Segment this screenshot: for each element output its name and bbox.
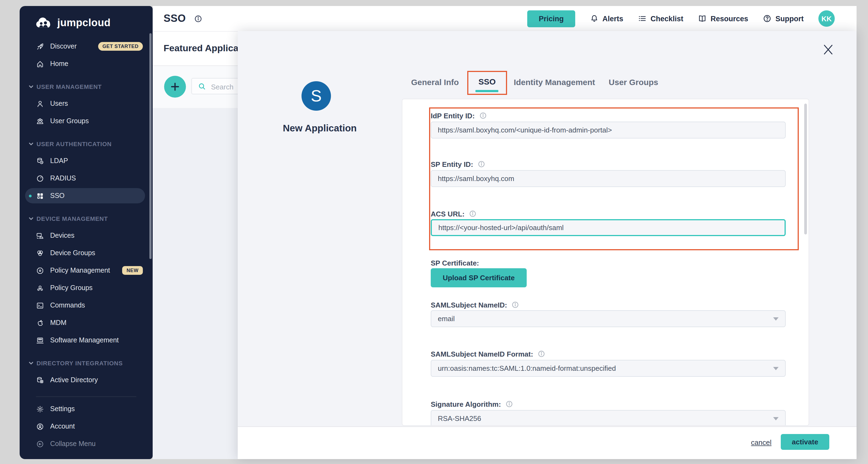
modal-footer: cancel activate xyxy=(238,426,857,459)
sso-form-panel: IdP Entity ID: https://saml.boxyhq.com/<… xyxy=(402,99,809,426)
new-badge: NEW xyxy=(122,266,143,275)
info-icon[interactable] xyxy=(469,210,476,218)
sidebar-item-label: Discover xyxy=(50,42,76,50)
sidebar-item-label: Policy Groups xyxy=(50,284,93,292)
sp-certificate-label-row: SP Certificate: xyxy=(431,258,479,267)
policy-management-icon xyxy=(36,266,44,275)
idp-entity-id-input[interactable]: https://saml.boxyhq.com/<unique-id-from-… xyxy=(431,122,786,138)
policy-groups-icon xyxy=(36,284,44,292)
signature-algorithm-label-row: Signature Algorithm: xyxy=(431,400,513,408)
nameid-value: email xyxy=(438,315,455,323)
sidebar-item-software-management[interactable]: Software Management xyxy=(20,332,153,349)
info-icon[interactable] xyxy=(479,112,487,119)
close-icon[interactable] xyxy=(822,43,834,56)
support-button[interactable]: Support xyxy=(763,14,804,23)
sp-certificate-label: SP Certificate: xyxy=(431,259,479,267)
active-directory-icon xyxy=(36,376,44,384)
home-icon xyxy=(36,60,44,68)
chevron-down-icon xyxy=(28,361,34,366)
acs-url-input[interactable]: https://<your-hosted-url>/api/oauth/saml xyxy=(431,219,786,236)
user-icon xyxy=(36,99,44,108)
application-name: New Application xyxy=(238,123,402,134)
nameid-label: SAMLSubject NameID: xyxy=(431,301,507,309)
checklist-icon xyxy=(638,14,647,23)
jumpcloud-logo[interactable]: jumpcloud xyxy=(20,6,153,33)
book-icon xyxy=(698,14,707,23)
sidebar-item-label: Active Directory xyxy=(50,376,98,384)
info-icon[interactable] xyxy=(512,301,519,309)
signature-algorithm-value: RSA-SHA256 xyxy=(438,414,481,423)
sidebar-item-devices[interactable]: Devices xyxy=(20,227,153,244)
sidebar-section-user-management[interactable]: USER MANAGEMENT xyxy=(20,79,153,95)
device-groups-icon xyxy=(36,249,44,257)
nameid-label-row: SAMLSubject NameID: xyxy=(431,301,519,309)
sso-tab-annotation-box: SSO xyxy=(467,71,507,95)
sidebar-item-discover[interactable]: Discover GET STARTED xyxy=(20,38,153,55)
mdm-apple-icon xyxy=(36,319,44,327)
sso-grid-icon xyxy=(36,192,44,200)
tab-sso[interactable]: SSO xyxy=(478,76,496,86)
sidebar-section-directory-integrations[interactable]: DIRECTORY INTEGRATIONS xyxy=(20,355,153,371)
cancel-button[interactable]: cancel xyxy=(751,438,772,446)
sidebar-item-label: Devices xyxy=(50,232,74,239)
add-application-button[interactable] xyxy=(164,76,186,98)
sidebar-item-user-groups[interactable]: User Groups xyxy=(20,112,153,130)
avatar[interactable]: KK xyxy=(818,10,835,27)
sidebar-section-device-management[interactable]: DEVICE MANAGEMENT xyxy=(20,211,153,227)
pricing-button[interactable]: Pricing xyxy=(527,10,575,27)
app-root: jumpcloud Discover GET STARTED Home USER… xyxy=(0,0,868,464)
sidebar-item-label: Software Management xyxy=(50,336,119,344)
sidebar-item-sso[interactable]: SSO xyxy=(20,187,153,205)
section-title: USER MANAGEMENT xyxy=(36,84,102,90)
nameid-format-select[interactable]: urn:oasis:names:tc:SAML:1.0:nameid-forma… xyxy=(431,360,786,377)
upload-sp-certificate-button[interactable]: Upload SP Certificate xyxy=(431,268,527,287)
alerts-button[interactable]: Alerts xyxy=(590,14,623,23)
sidebar-item-ldap[interactable]: LDAP xyxy=(20,152,153,169)
checklist-label: Checklist xyxy=(650,14,683,23)
signature-algorithm-select[interactable]: RSA-SHA256 xyxy=(431,410,786,426)
chevron-down-icon xyxy=(28,141,34,147)
tab-identity-management[interactable]: Identity Management xyxy=(514,77,595,86)
sidebar-item-home[interactable]: Home xyxy=(20,55,153,72)
commands-terminal-icon xyxy=(36,301,44,309)
bell-icon xyxy=(590,14,599,23)
tab-general-info[interactable]: General Info xyxy=(411,77,459,86)
sidebar-item-policy-management[interactable]: Policy Management NEW xyxy=(20,262,153,279)
checklist-button[interactable]: Checklist xyxy=(638,14,683,23)
resources-label: Resources xyxy=(710,14,748,23)
tab-user-groups[interactable]: User Groups xyxy=(609,77,658,86)
sidebar-item-users[interactable]: Users xyxy=(20,95,153,112)
sidebar-item-radius[interactable]: RADIUS xyxy=(20,169,153,187)
acs-url-label: ACS URL: xyxy=(431,210,465,218)
chevron-down-icon xyxy=(28,84,34,89)
sidebar-item-label: SSO xyxy=(50,192,65,199)
resources-button[interactable]: Resources xyxy=(698,14,748,23)
info-icon[interactable] xyxy=(194,14,202,23)
sidebar-item-collapse-menu[interactable]: Collapse Menu xyxy=(20,435,153,453)
sidebar-item-settings[interactable]: Settings xyxy=(20,400,153,417)
sidebar-scrollbar[interactable] xyxy=(149,33,152,259)
info-icon[interactable] xyxy=(537,350,545,358)
sidebar-item-policy-groups[interactable]: Policy Groups xyxy=(20,279,153,297)
section-title: DIRECTORY INTEGRATIONS xyxy=(36,360,123,366)
caret-down-icon xyxy=(773,417,779,420)
sidebar-item-label: Users xyxy=(50,100,68,107)
sp-entity-id-input[interactable]: https://saml.boxyhq.com xyxy=(431,170,786,187)
info-icon[interactable] xyxy=(505,400,513,408)
idp-entity-id-label-row: IdP Entity ID: xyxy=(431,111,487,120)
section-title: DEVICE MANAGEMENT xyxy=(36,215,108,222)
activate-button[interactable]: activate xyxy=(781,434,829,450)
sidebar-item-commands[interactable]: Commands xyxy=(20,297,153,314)
section-title: USER AUTHENTICATION xyxy=(36,141,112,147)
sidebar-item-device-groups[interactable]: Device Groups xyxy=(20,244,153,262)
sidebar-item-label: LDAP xyxy=(50,157,68,165)
info-icon[interactable] xyxy=(477,160,485,168)
form-scrollbar[interactable] xyxy=(804,103,807,235)
gear-icon xyxy=(36,405,44,413)
nameid-select[interactable]: email xyxy=(431,310,786,327)
sidebar-section-user-authentication[interactable]: USER AUTHENTICATION xyxy=(20,136,153,152)
sidebar-item-mdm[interactable]: MDM xyxy=(20,314,153,332)
sidebar-item-account[interactable]: Account xyxy=(20,417,153,435)
caret-down-icon xyxy=(773,317,779,320)
sidebar-item-active-directory[interactable]: Active Directory xyxy=(20,371,153,389)
